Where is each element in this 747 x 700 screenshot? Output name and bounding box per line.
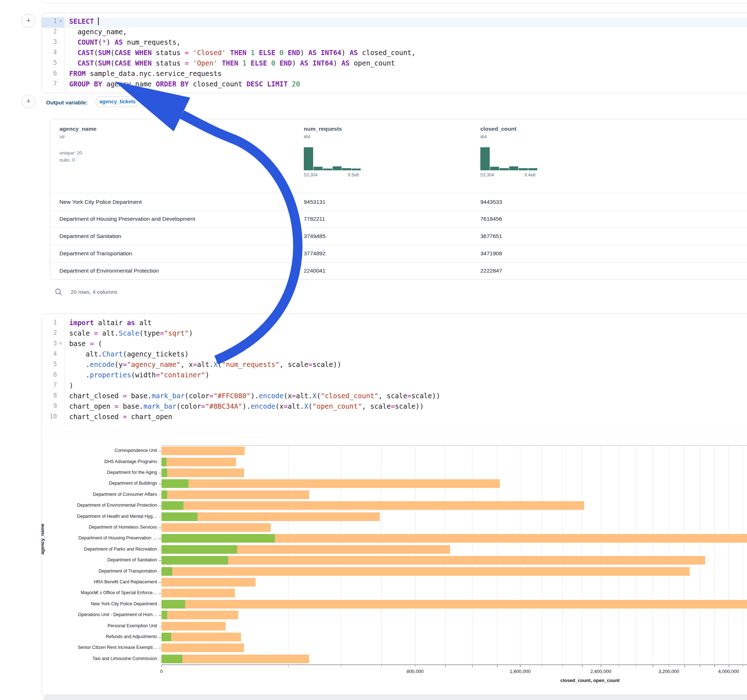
previous-cell-bottom-edge xyxy=(41,0,747,3)
histogram-min-label: 53,304 xyxy=(304,172,318,178)
table-cell: Department of Environmental Protection xyxy=(59,262,159,279)
column-stat: unique: 20 xyxy=(59,149,82,157)
histogram-bar xyxy=(323,169,332,170)
table-cell: Department of Housing Preservation and D… xyxy=(59,210,195,228)
line-number: 3∨ xyxy=(42,339,62,347)
table-search-icon[interactable] xyxy=(55,288,63,297)
table-cell: 3749485 xyxy=(304,228,325,245)
code-line[interactable]: 8chart_closed = base.mark_bar(color="#FF… xyxy=(42,392,747,402)
table-cell: Department of Sanitation xyxy=(59,228,121,245)
next-cell-top-edge xyxy=(43,695,747,700)
line-number: 2 xyxy=(42,28,62,35)
add-cell-button-output[interactable]: + xyxy=(22,95,35,109)
column-histogram[interactable] xyxy=(480,147,537,170)
histogram-bar xyxy=(304,147,313,170)
histogram-max-label: 9.5e6 xyxy=(348,172,359,178)
histogram-bar xyxy=(509,166,519,170)
sql-code-editor[interactable]: 1∨SELECT 2 agency_name,3 COUNT(*) AS num… xyxy=(42,13,747,92)
line-number: 6 xyxy=(42,371,62,378)
column-header-closed_count[interactable]: closed_count xyxy=(480,126,516,132)
collapse-chevron-icon[interactable]: ∨ xyxy=(57,341,62,345)
table-cell: 9443533 xyxy=(480,193,502,211)
table-cell: 3471908 xyxy=(480,245,502,262)
table-row[interactable]: Department of Housing Preservation and D… xyxy=(50,210,747,228)
table-cell: 3677651 xyxy=(480,228,502,245)
column-type: i64 xyxy=(480,134,487,139)
table-row[interactable]: Department of Environmental Protection22… xyxy=(50,262,747,280)
table-header: agency_namestrunique: 20nulls: 0num_requ… xyxy=(50,119,747,193)
histogram-bar xyxy=(342,168,351,170)
code-line[interactable]: 3∨base = ( xyxy=(42,339,747,350)
column-histogram[interactable] xyxy=(304,147,361,170)
histogram-bar xyxy=(480,147,490,170)
histogram-bar xyxy=(333,166,342,170)
chart-x-axis-title: closed_count, open_count xyxy=(560,678,620,683)
python-cell-card: 1import altair as alt2scale = alt.Scale(… xyxy=(41,313,747,695)
code-line[interactable]: 9chart_open = base.mark_bar(color="#8BC3… xyxy=(42,402,747,413)
line-number: 7 xyxy=(42,381,62,389)
sql-cell-card: 1∨SELECT 2 agency_name,3 COUNT(*) AS num… xyxy=(41,13,747,93)
line-number: 3 xyxy=(42,38,62,45)
chart-y-axis-title: agency_name xyxy=(39,523,45,555)
result-table-card: agency_namestrunique: 20nulls: 0num_requ… xyxy=(50,119,747,280)
table-row-count: 20 rows, 4 columns xyxy=(71,289,117,295)
code-line[interactable]: 2 agency_name, xyxy=(42,28,747,38)
line-number: 10 xyxy=(42,413,62,420)
histogram-bar xyxy=(490,167,499,170)
line-number: 8 xyxy=(42,392,62,399)
code-line[interactable]: 10chart_closed + chart_open xyxy=(42,413,747,423)
code-line[interactable]: 4 CAST(SUM(CASE WHEN status = 'Closed' T… xyxy=(42,48,747,59)
line-number: 7 xyxy=(42,80,62,87)
code-line[interactable]: 1import altair as alt xyxy=(42,319,747,329)
histogram-min-label: 53,304 xyxy=(480,172,494,178)
histogram-bar xyxy=(499,168,509,170)
table-row[interactable]: Department of Transportation377489234719… xyxy=(50,245,747,262)
histogram-bar xyxy=(519,168,528,170)
notebook-page: + 1∨SELECT 2 agency_name,3 COUNT(*) AS n… xyxy=(0,0,747,700)
collapse-chevron-icon[interactable]: ∨ xyxy=(57,18,62,23)
table-row[interactable]: New York City Police Department945313194… xyxy=(50,193,747,211)
line-number: 1 xyxy=(42,319,62,326)
code-line[interactable]: 4 alt.Chart(agency_tickets) xyxy=(42,350,747,361)
table-cell: 9453131 xyxy=(304,193,325,211)
line-number: 4 xyxy=(42,48,62,56)
table-cell: 7782211 xyxy=(304,210,325,228)
python-code-editor[interactable]: 1import altair as alt2scale = alt.Scale(… xyxy=(42,314,747,428)
text-cursor xyxy=(98,17,99,25)
table-body: New York City Police Department945313194… xyxy=(50,193,747,279)
code-line[interactable]: 7) xyxy=(42,381,747,392)
table-cell: 3774892 xyxy=(304,245,325,262)
line-number: 5 xyxy=(42,59,62,66)
line-number: 1∨ xyxy=(42,17,62,24)
line-number: 9 xyxy=(42,402,62,409)
code-line[interactable]: 6 .properties(width="container") xyxy=(42,371,747,381)
table-cell: 7618456 xyxy=(480,210,502,228)
column-header-agency_name[interactable]: agency_name xyxy=(59,126,97,132)
add-cell-button-top[interactable]: + xyxy=(22,14,35,28)
code-line[interactable]: 5 .encode(y="agency_name", x=alt.X("num_… xyxy=(42,361,747,371)
column-type: str xyxy=(59,134,65,139)
code-line[interactable]: 3 COUNT(*) AS num_requests, xyxy=(42,38,747,48)
line-number: 5 xyxy=(42,361,62,368)
code-line[interactable]: 7GROUP BY agency_name ORDER BY closed_co… xyxy=(42,80,747,91)
histogram-max-label: 9.4e6 xyxy=(524,172,535,178)
histogram-bar xyxy=(528,168,538,170)
table-cell: Department of Transportation xyxy=(59,245,132,262)
output-variable-pill[interactable]: agency_tickets xyxy=(96,97,137,109)
line-number: 4 xyxy=(42,350,62,357)
table-row[interactable]: Department of Sanitation37494853677651 xyxy=(50,228,747,245)
output-variable-label: Output variable: xyxy=(46,100,88,106)
histogram-bar xyxy=(352,169,361,170)
output-variable-value[interactable]: agency_tickets xyxy=(96,97,137,107)
column-header-num_requests[interactable]: num_requests xyxy=(304,126,342,132)
table-cell: New York City Police Department xyxy=(59,193,142,211)
column-type: i64 xyxy=(304,134,310,139)
histogram-bar xyxy=(313,167,323,170)
code-line[interactable]: 6FROM sample_data.nyc.service_requests xyxy=(42,69,747,80)
line-number: 6 xyxy=(42,69,62,77)
code-line[interactable]: 1∨SELECT xyxy=(42,17,747,28)
code-line[interactable]: 2scale = alt.Scale(type="sqrt") xyxy=(42,329,747,339)
column-stat: nulls: 0 xyxy=(59,157,75,164)
code-line[interactable]: 5 CAST(SUM(CASE WHEN status = 'Open' THE… xyxy=(42,59,747,69)
table-cell: 2222847 xyxy=(480,262,502,279)
